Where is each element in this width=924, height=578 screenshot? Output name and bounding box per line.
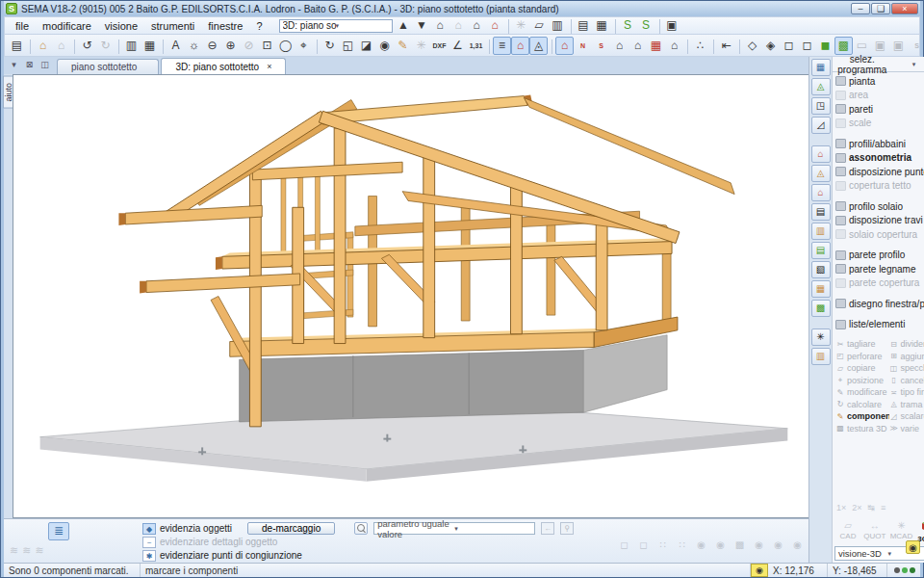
visibility-option-icon[interactable]: ◉ — [713, 539, 728, 552]
wall-west-icon[interactable]: ⌂ — [610, 37, 629, 55]
report-table-icon[interactable]: ▦ — [593, 16, 611, 35]
tool-cell[interactable]: ◬ trama tetto — [889, 400, 924, 409]
program-item[interactable]: pareti — [835, 102, 924, 117]
program-item[interactable]: copertura tetto — [835, 179, 924, 194]
strip-parete-profilo-icon[interactable]: ▧ — [811, 261, 831, 278]
measure-angle-icon[interactable]: ∠ — [449, 37, 467, 55]
camera-icon[interactable]: ▣ — [871, 37, 889, 55]
search-settings-button[interactable]: ⚲ — [560, 522, 574, 535]
roof-transparency-icon[interactable]: ◬ — [529, 37, 548, 55]
program-select-header[interactable]: selez. programma ▾ — [833, 57, 924, 72]
floor-down-icon[interactable]: ▼ — [413, 16, 431, 35]
report-list-icon[interactable]: ▤ — [575, 16, 593, 35]
zoom-in-icon[interactable]: ⊕ — [221, 37, 240, 55]
strip-puntoni-icon[interactable]: ◬ — [811, 165, 831, 182]
program-item[interactable]: pianta — [835, 74, 924, 89]
tool-cell[interactable]: ✎ modificare — [835, 387, 889, 397]
presentation-icon[interactable]: ▭ — [853, 37, 871, 55]
split-view-icon[interactable]: ◫ — [38, 60, 51, 69]
print-preview-icon[interactable]: ▦ — [141, 37, 159, 55]
visibility-option-icon[interactable]: ◉ — [752, 539, 766, 552]
strip-assonometria-icon[interactable]: ⌂ — [811, 145, 831, 163]
tab-dropdown-icon[interactable]: ▾ — [8, 60, 20, 69]
tool-cell[interactable]: ✎ componenti — [835, 411, 889, 421]
program-item[interactable]: parete profilo — [835, 249, 924, 263]
visibility-option-icon[interactable]: ◉ — [694, 539, 708, 552]
mode-cad-button[interactable]: ▱ CAD — [835, 520, 860, 543]
tool-cell[interactable]: ↻ calcolare — [835, 400, 889, 409]
print-window-icon[interactable]: ▥ — [549, 16, 567, 35]
close-button[interactable]: × — [891, 3, 918, 14]
undo-icon[interactable]: ↺ — [78, 37, 96, 55]
strip-travi-icon[interactable]: ▥ — [811, 223, 831, 240]
close-tab-icon[interactable]: × — [267, 62, 271, 71]
edit-building-icon[interactable]: ⌂ — [34, 37, 52, 55]
program-item[interactable]: disegno finestra/porta — [835, 297, 924, 311]
program-item[interactable]: disposizione travi — [835, 214, 924, 228]
roof-visibility-icon[interactable]: ⌂ — [511, 37, 529, 55]
visibility-option-icon[interactable]: ∷ — [655, 539, 670, 552]
layer-visibility-icon[interactable]: ≡ — [493, 37, 511, 55]
sr-view-icon[interactable]: S — [908, 37, 920, 55]
tool-cell[interactable]: ⊟ dividere — [889, 339, 924, 349]
storey-b-icon[interactable]: ⌂ — [449, 16, 468, 35]
menu-item[interactable]: file — [9, 19, 36, 33]
floor-up-icon[interactable]: ▲ — [395, 16, 413, 35]
strip-scale-icon[interactable]: ◿ — [811, 117, 831, 134]
tool-cell[interactable]: ≫ varie — [889, 424, 924, 434]
program-item[interactable]: liste/elementi — [835, 318, 924, 332]
tool-cell[interactable]: ▯ cancellare — [889, 376, 924, 385]
maximize-button[interactable]: ❑ — [871, 3, 890, 14]
program-item[interactable]: area — [835, 89, 924, 103]
visibility-option-icon[interactable]: ◻ — [636, 539, 651, 552]
open-folder-icon[interactable]: ▤ — [8, 37, 26, 55]
sema-export-icon[interactable]: S — [637, 16, 655, 35]
tool-cell[interactable]: ⊞ aggiungere — [889, 352, 924, 361]
view-combo[interactable]: 3D: piano sottotetto ▾ — [279, 19, 393, 33]
menu-item[interactable]: ? — [249, 19, 269, 33]
view-tab[interactable]: piano sottotetto — [57, 59, 159, 74]
strip-pianta-icon[interactable]: ▦ — [811, 59, 831, 76]
pan-icon[interactable]: ⌖ — [295, 37, 313, 55]
visibility-option-icon[interactable]: ◉ — [771, 539, 785, 552]
storey-c-icon[interactable]: ⌂ — [468, 16, 486, 35]
mode-quot-button[interactable]: ↔ QUOT — [862, 520, 887, 543]
program-item[interactable]: profili/abbaini — [835, 137, 924, 151]
cube-hiddenline-icon[interactable]: ◻ — [780, 37, 798, 55]
tool-cell[interactable]: ◰ perforare — [835, 352, 889, 361]
visibility-eye-icon[interactable]: ◉ — [375, 37, 394, 55]
wall-south-icon[interactable]: S — [592, 37, 610, 55]
highlight-joints-icon[interactable]: ✱ — [142, 550, 156, 562]
new-window-icon[interactable]: ▱ — [530, 16, 549, 35]
program-item[interactable]: scale — [835, 117, 924, 131]
tool-cell[interactable]: ≍ tipo finale — [889, 387, 924, 397]
strip-copertura-icon[interactable]: ⌂ — [811, 184, 831, 201]
zoom-window-icon[interactable]: ◯ — [276, 37, 295, 55]
dim-stack-icon[interactable]: ≡ — [881, 503, 886, 512]
redo-icon[interactable]: ↻ — [96, 37, 115, 55]
text-annotation-icon[interactable]: A — [167, 37, 185, 55]
dxf-export-icon[interactable]: DXF — [430, 37, 449, 55]
tool-cell[interactable]: ⌖ posizione — [835, 376, 889, 385]
visibility-option-icon[interactable]: ◉ — [790, 539, 805, 552]
strip-calcolare-icon[interactable]: ✳ — [811, 328, 831, 346]
highlight-objects-icon[interactable]: ◆ — [142, 523, 156, 535]
cube-textured-icon[interactable]: ▩ — [834, 37, 853, 55]
view-first-icon[interactable]: ⇤ — [717, 37, 735, 55]
dim-chain-icon[interactable]: ↹ — [868, 503, 876, 512]
view-3d-house-icon[interactable]: ⌂ — [555, 37, 574, 55]
menu-item[interactable]: strumenti — [144, 19, 201, 33]
cube-wireframe-icon[interactable]: ◇ — [743, 37, 761, 55]
program-item[interactable]: assonometria — [835, 151, 924, 166]
layers-toggle-button[interactable]: ≣ — [48, 522, 69, 540]
strip-parete-legname-icon[interactable]: ▤ — [811, 242, 831, 259]
menu-item[interactable]: finestre — [201, 19, 249, 33]
bricks-icon[interactable]: ▦ — [647, 37, 665, 55]
print-icon[interactable]: ▥ — [122, 37, 141, 55]
status-eye-icon[interactable]: ◉ — [751, 564, 768, 577]
tool-cell[interactable]: ◿ scalare — [889, 411, 924, 421]
walkthrough-icon[interactable]: ∴ — [691, 37, 709, 55]
section-plane-icon[interactable]: ◪ — [357, 37, 375, 55]
measure-scale-icon[interactable]: 1,31 — [467, 37, 485, 55]
tool-cell[interactable]: ◫ specchiare — [889, 363, 924, 373]
